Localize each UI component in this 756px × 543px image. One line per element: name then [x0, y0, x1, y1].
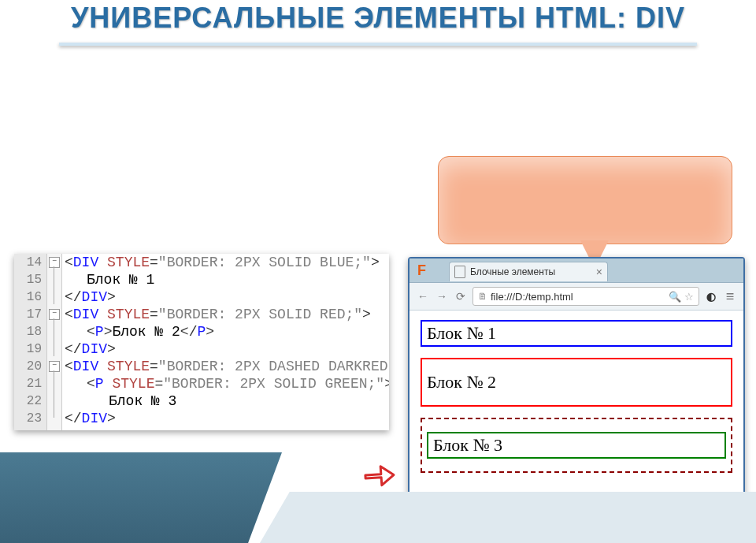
browser-toolbar: ← → ⟳ 🗎 file:///D:/temp.html 🔍 ☆ ◐ ≡	[410, 283, 743, 311]
code-editor-panel: 14151617181920212223 − − − <DIV style="b…	[14, 254, 389, 430]
url-text: file:///D:/temp.html	[491, 291, 573, 303]
document-icon	[454, 266, 465, 278]
tab-title: Блочные элементы	[470, 262, 555, 281]
rendered-block-3: Блок № 3	[421, 418, 732, 473]
arrow-icon	[358, 454, 398, 497]
code-body: <DIV style="border: 2px solid blue;">Бло…	[65, 254, 386, 427]
url-bar[interactable]: 🗎 file:///D:/temp.html 🔍 ☆	[472, 287, 699, 306]
browser-window: F Блочные элементы × ← → ⟳ 🗎 file:///D:/…	[408, 257, 745, 503]
line-number-gutter: 14151617181920212223	[14, 254, 47, 430]
page-info-icon: 🗎	[478, 291, 487, 302]
fold-toggle-icon[interactable]: −	[49, 257, 60, 268]
fold-column: − − −	[47, 254, 62, 430]
rendered-block-3-inner: Блок № 3	[427, 432, 726, 459]
title-divider	[59, 43, 697, 46]
forward-button[interactable]: →	[435, 290, 449, 303]
menu-icon[interactable]: ≡	[723, 288, 737, 305]
browser-logo-icon: F	[417, 263, 432, 277]
bookmark-star-icon[interactable]: ☆	[684, 291, 694, 303]
slide-title: Универсальные элементы HTML: DIV	[0, 2, 756, 35]
fold-toggle-icon[interactable]: −	[49, 309, 60, 320]
close-tab-icon[interactable]: ×	[596, 262, 602, 281]
speech-callout	[438, 156, 732, 244]
reload-button[interactable]: ⟳	[454, 290, 468, 303]
zoom-icon[interactable]: 🔍	[669, 291, 681, 303]
browser-tabbar: F Блочные элементы ×	[410, 258, 743, 283]
extension-icon[interactable]: ◐	[704, 290, 718, 303]
rendered-block-2: Блок № 2	[421, 358, 732, 407]
rendered-block-1: Блок № 1	[421, 320, 732, 347]
decorative-triangle-light	[260, 492, 756, 543]
back-button[interactable]: ←	[416, 290, 430, 303]
fold-toggle-icon[interactable]: −	[49, 361, 60, 372]
decorative-triangle-dark	[0, 452, 282, 543]
browser-tab[interactable]: Блочные элементы ×	[449, 262, 608, 281]
browser-viewport: Блок № 1 Блок № 2 Блок № 3	[410, 311, 743, 482]
